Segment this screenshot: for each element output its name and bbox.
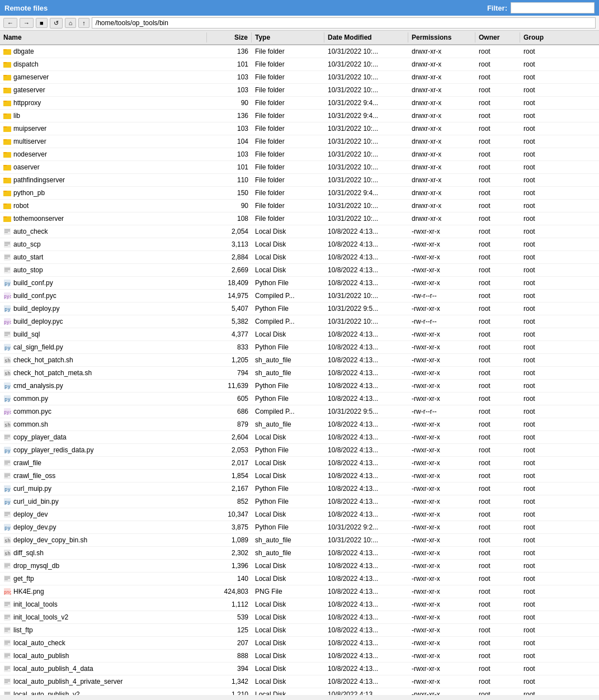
file-type: File folder xyxy=(252,58,324,70)
file-group: root xyxy=(520,611,565,623)
list-item[interactable]: py curl_muip.py2,167Python File10/8/2022… xyxy=(0,483,599,495)
list-item[interactable]: lib136File folder10/31/2022 9:4...drwxr-… xyxy=(0,110,599,122)
list-item[interactable]: py curl_uid_bin.py852Python File10/8/202… xyxy=(0,495,599,508)
col-owner[interactable]: Owner xyxy=(475,32,520,42)
list-item[interactable]: sh check_hot_patch_meta.sh794sh_auto_fil… xyxy=(0,367,599,380)
localdisk-icon xyxy=(3,626,11,634)
list-item[interactable]: pyc common.pyc686Compiled P...10/31/2022… xyxy=(0,405,599,418)
list-item[interactable]: sh diff_sql.sh2,302sh_auto_file10/8/2022… xyxy=(0,547,599,560)
list-item[interactable]: dbgate136File folder10/31/2022 10:...drw… xyxy=(0,45,599,58)
file-name-cell: py build_conf.py xyxy=(0,277,207,289)
list-item[interactable]: py cal_sign_field.py833Python File10/8/2… xyxy=(0,341,599,354)
list-item[interactable]: auto_check2,054Local Disk10/8/2022 4:13.… xyxy=(0,225,599,238)
file-group: root xyxy=(520,315,565,328)
list-item[interactable]: pathfindingserver110File folder10/31/202… xyxy=(0,174,599,187)
list-item[interactable]: sh check_hot_patch.sh1,205sh_auto_file10… xyxy=(0,354,599,367)
stop-button[interactable]: ■ xyxy=(36,18,48,28)
file-type: PNG File xyxy=(252,585,324,598)
back-button[interactable]: ← xyxy=(3,18,17,28)
list-item[interactable]: drop_mysql_db1,396Local Disk10/8/2022 4:… xyxy=(0,560,599,573)
list-item[interactable]: png HK4E.png424,803PNG File10/8/2022 4:1… xyxy=(0,585,599,598)
list-item[interactable]: py build_deploy.py5,407Python File10/31/… xyxy=(0,302,599,315)
refresh-button[interactable]: ↺ xyxy=(50,18,63,29)
list-item[interactable]: crawl_file2,017Local Disk10/8/2022 4:13.… xyxy=(0,457,599,470)
col-modified[interactable]: Date Modified xyxy=(324,32,408,42)
svg-rect-14 xyxy=(3,102,11,106)
file-name-label: build_deploy.pyc xyxy=(13,316,63,327)
file-modified: 10/8/2022 4:13... xyxy=(324,457,408,469)
list-item[interactable]: auto_stop2,669Local Disk10/8/2022 4:13..… xyxy=(0,264,599,277)
list-item[interactable]: auto_start2,884Local Disk10/8/2022 4:13.… xyxy=(0,251,599,264)
list-item[interactable]: crawl_file_oss1,854Local Disk10/8/2022 4… xyxy=(0,470,599,483)
list-item[interactable]: copy_player_data2,604Local Disk10/8/2022… xyxy=(0,431,599,444)
list-item[interactable]: sh deploy_dev_copy_bin.sh1,089sh_auto_fi… xyxy=(0,534,599,547)
list-item[interactable]: pyc build_deploy.pyc5,382Compiled P...10… xyxy=(0,315,599,328)
file-owner: root xyxy=(475,58,520,70)
list-item[interactable]: gameserver103File folder10/31/2022 10:..… xyxy=(0,71,599,84)
list-item[interactable]: py cmd_analysis.py11,639Python File10/8/… xyxy=(0,380,599,392)
list-item[interactable]: build_sql4,377Local Disk10/8/2022 4:13..… xyxy=(0,328,599,341)
home-button[interactable]: ⌂ xyxy=(65,18,77,28)
file-permissions: -rwxr-xr-x xyxy=(408,354,475,366)
filter-input[interactable] xyxy=(511,2,595,13)
up-button[interactable]: ↑ xyxy=(78,18,89,28)
file-owner: root xyxy=(475,251,520,263)
col-size[interactable]: Size xyxy=(207,32,252,42)
list-item[interactable]: py build_conf.py18,409Python File10/8/20… xyxy=(0,277,599,290)
file-size: 2,017 xyxy=(207,457,252,469)
file-name-cell: python_pb xyxy=(0,187,207,199)
forward-button[interactable]: → xyxy=(20,18,34,28)
list-item[interactable]: multiserver104File folder10/31/2022 10:.… xyxy=(0,135,599,148)
svg-rect-23 xyxy=(3,140,11,145)
list-item[interactable]: tothemoonserver108File folder10/31/2022 … xyxy=(0,212,599,225)
list-item[interactable]: oaserver101File folder10/31/2022 10:...d… xyxy=(0,161,599,174)
file-modified: 10/31/2022 9:4... xyxy=(324,187,408,199)
file-name-cell: crawl_file xyxy=(0,457,207,469)
file-type: Local Disk xyxy=(252,457,324,469)
file-owner: root xyxy=(475,624,520,636)
localdisk-icon xyxy=(3,562,11,570)
col-name[interactable]: Name xyxy=(0,32,207,42)
svg-rect-139 xyxy=(4,654,10,655)
list-item[interactable]: list_ftp125Local Disk10/8/2022 4:13...-r… xyxy=(0,624,599,637)
list-item[interactable]: python_pb150File folder10/31/2022 9:4...… xyxy=(0,187,599,200)
file-size: 1,854 xyxy=(207,470,252,482)
list-item[interactable]: init_local_tools1,112Local Disk10/8/2022… xyxy=(0,598,599,611)
file-name-label: cal_sign_field.py xyxy=(13,342,63,352)
col-type[interactable]: Type xyxy=(252,32,324,42)
list-item[interactable]: py deploy_dev.py3,875Python File10/31/20… xyxy=(0,521,599,534)
list-item[interactable]: py copy_player_redis_data.py2,053Python … xyxy=(0,444,599,457)
list-item[interactable]: local_auto_publish888Local Disk10/8/2022… xyxy=(0,650,599,663)
list-item[interactable]: auto_scp3,113Local Disk10/8/2022 4:13...… xyxy=(0,238,599,251)
list-item[interactable]: nodeserver103File folder10/31/2022 10:..… xyxy=(0,148,599,161)
file-group: root xyxy=(520,457,565,469)
file-type: Python File xyxy=(252,495,324,508)
list-item[interactable]: init_local_tools_v2539Local Disk10/8/202… xyxy=(0,611,599,624)
svg-rect-8 xyxy=(3,76,11,81)
file-modified: 10/8/2022 4:13... xyxy=(324,341,408,353)
list-item[interactable]: dispatch101File folder10/31/2022 10:...d… xyxy=(0,58,599,71)
list-item[interactable]: gateserver103File folder10/31/2022 10:..… xyxy=(0,84,599,97)
file-group: root xyxy=(520,495,565,508)
path-input[interactable] xyxy=(92,17,596,29)
file-group: root xyxy=(520,405,565,418)
list-item[interactable]: local_auto_publish_4_data394Local Disk10… xyxy=(0,663,599,675)
list-item[interactable]: local_auto_publish_4_private_server1,342… xyxy=(0,675,599,688)
col-perms[interactable]: Permissions xyxy=(408,32,475,42)
list-item[interactable]: robot90File folder10/31/2022 10:...drwxr… xyxy=(0,200,599,212)
file-name-label: muipserver xyxy=(13,124,46,134)
svg-text:sh: sh xyxy=(4,551,11,556)
list-item[interactable]: muipserver103File folder10/31/2022 10:..… xyxy=(0,122,599,135)
list-item[interactable]: httpproxy90File folder10/31/2022 9:4...d… xyxy=(0,97,599,110)
list-item[interactable]: pyc build_conf.pyc14,975Compiled P...10/… xyxy=(0,290,599,302)
list-item[interactable]: sh common.sh879sh_auto_file10/8/2022 4:1… xyxy=(0,418,599,431)
list-item[interactable]: local_auto_check207Local Disk10/8/2022 4… xyxy=(0,637,599,650)
svg-rect-103 xyxy=(4,512,10,513)
file-group: root xyxy=(520,663,565,675)
list-item[interactable]: local_auto_publish_v21,210Local Disk10/8… xyxy=(0,688,599,695)
list-item[interactable]: py common.py605Python File10/8/2022 4:13… xyxy=(0,392,599,405)
list-item[interactable]: deploy_dev10,347Local Disk10/8/2022 4:13… xyxy=(0,508,599,521)
col-group[interactable]: Group xyxy=(520,32,565,42)
file-name-label: common.py xyxy=(13,394,48,404)
list-item[interactable]: get_ftp140Local Disk10/8/2022 4:13...-rw… xyxy=(0,573,599,585)
